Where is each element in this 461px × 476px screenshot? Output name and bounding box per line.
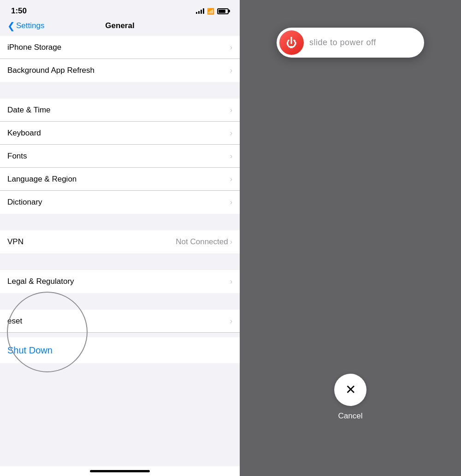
chevron-icon: › <box>230 175 232 183</box>
item-label: Dictionary <box>7 198 42 207</box>
item-label: Keyboard <box>7 129 41 138</box>
item-label: Legal & Regulatory <box>7 277 74 286</box>
item-right: › <box>230 106 232 114</box>
chevron-icon: › <box>230 198 232 206</box>
list-item-shutdown[interactable]: Shut Down <box>0 337 240 363</box>
cancel-x-icon: ✕ <box>345 383 356 396</box>
list-item-keyboard[interactable]: Keyboard › <box>0 122 240 145</box>
section-reset: eset › <box>0 310 240 333</box>
section-gap-4 <box>0 293 240 310</box>
power-off-panel: ⏻ slide to power off ✕ Cancel <box>240 0 461 476</box>
item-right: › <box>230 175 232 183</box>
back-label: Settings <box>16 21 44 30</box>
item-right: › <box>230 129 232 137</box>
section-vpn: VPN Not Connected › <box>0 230 240 253</box>
chevron-icon: › <box>230 238 232 246</box>
list-item-vpn[interactable]: VPN Not Connected › <box>0 230 240 253</box>
chevron-icon: › <box>230 152 232 160</box>
list-item-legal[interactable]: Legal & Regulatory › <box>0 270 240 293</box>
vpn-status: Not Connected <box>176 237 228 247</box>
item-label: Background App Refresh <box>7 66 95 75</box>
item-label: VPN <box>7 237 24 247</box>
settings-list: iPhone Storage › Background App Refresh … <box>0 36 240 466</box>
status-bar: 1:50 📶 <box>0 0 240 19</box>
power-icon: ⏻ <box>286 36 297 49</box>
item-right: › <box>230 317 232 325</box>
item-label: Date & Time <box>7 106 51 115</box>
status-icons: 📶 <box>196 8 229 15</box>
chevron-icon: › <box>230 43 232 52</box>
battery-icon <box>217 8 229 14</box>
home-bar <box>90 470 150 472</box>
page-title: General <box>105 21 134 30</box>
home-indicator <box>0 466 240 476</box>
item-right: › <box>230 198 232 206</box>
list-item-dictionary[interactable]: Dictionary › <box>0 191 240 214</box>
nav-bar: ❮ Settings General <box>0 19 240 36</box>
section-language: Date & Time › Keyboard › Fonts › Languag… <box>0 99 240 214</box>
wifi-icon: 📶 <box>207 8 214 15</box>
chevron-icon: › <box>230 317 232 325</box>
list-item-language-region[interactable]: Language & Region › <box>0 168 240 191</box>
section-gap <box>0 82 240 99</box>
power-button-circle: ⏻ <box>279 30 304 55</box>
slide-to-power-off-text: slide to power off <box>309 38 376 47</box>
item-label: Fonts <box>7 152 27 161</box>
section-legal: Legal & Regulatory › <box>0 270 240 293</box>
settings-panel: 1:50 📶 ❮ Settings General iPhone Storage… <box>0 0 240 476</box>
cancel-button[interactable]: ✕ Cancel <box>334 374 366 421</box>
section-gap-3 <box>0 253 240 270</box>
chevron-icon: › <box>230 106 232 114</box>
reset-section: eset › Shut Down <box>0 310 240 363</box>
cancel-label: Cancel <box>338 411 363 421</box>
item-label: eset <box>7 317 22 326</box>
chevron-icon: › <box>230 277 232 286</box>
section-storage: iPhone Storage › Background App Refresh … <box>0 36 240 82</box>
list-item-reset[interactable]: eset › <box>0 310 240 333</box>
back-button[interactable]: ❮ Settings <box>7 21 44 30</box>
item-right: › <box>230 66 232 75</box>
item-right: › <box>230 43 232 52</box>
chevron-icon: › <box>230 66 232 75</box>
list-item-background-app-refresh[interactable]: Background App Refresh › <box>0 59 240 82</box>
item-right: › <box>230 277 232 286</box>
section-gap-2 <box>0 214 240 230</box>
item-label: Language & Region <box>7 175 77 184</box>
chevron-icon: › <box>230 129 232 137</box>
list-item-iphone-storage[interactable]: iPhone Storage › <box>0 36 240 59</box>
item-right: › <box>230 152 232 160</box>
shutdown-label: Shut Down <box>7 345 53 356</box>
item-label: iPhone Storage <box>7 43 61 52</box>
back-chevron-icon: ❮ <box>7 21 15 30</box>
signal-icon <box>196 8 204 14</box>
cancel-circle: ✕ <box>334 374 366 406</box>
power-slider[interactable]: ⏻ slide to power off <box>277 28 424 58</box>
list-item-fonts[interactable]: Fonts › <box>0 145 240 168</box>
status-time: 1:50 <box>11 6 27 16</box>
list-item-date-time[interactable]: Date & Time › <box>0 99 240 122</box>
item-right: Not Connected › <box>176 237 232 247</box>
section-gap-5 <box>0 333 240 337</box>
